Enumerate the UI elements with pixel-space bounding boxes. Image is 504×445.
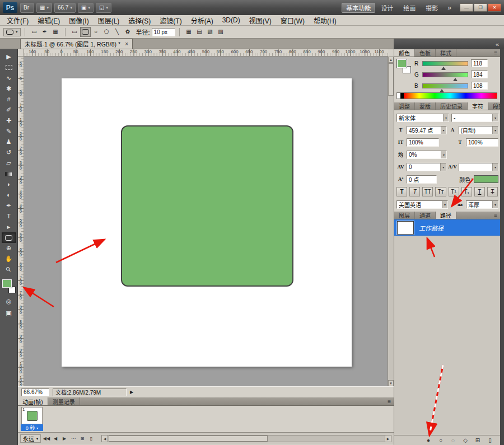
- path-thumbnail[interactable]: [397, 221, 414, 235]
- menu-item[interactable]: 图层(L): [94, 16, 124, 25]
- color-spectrum-ramp[interactable]: [396, 92, 497, 99]
- kerning-select[interactable]: ▾: [459, 163, 498, 171]
- channel-value-input[interactable]: 108: [471, 82, 488, 90]
- custom-shape-button[interactable]: ✿: [123, 27, 133, 37]
- play-button[interactable]: ▶: [60, 434, 69, 443]
- quick-mask-button[interactable]: ◎: [2, 296, 16, 307]
- eraser-tool[interactable]: ▱: [2, 158, 16, 168]
- workspace-button[interactable]: 绘画: [399, 3, 420, 13]
- frames-scrollbar[interactable]: ◀ ▶: [101, 435, 391, 442]
- zoom-percentage-field[interactable]: 66.67%: [21, 388, 49, 396]
- anti-alias-select[interactable]: 浑厚 ▾: [466, 200, 498, 209]
- scrollbar-thumb[interactable]: [388, 63, 394, 96]
- panel-tab[interactable]: 蒙版: [415, 102, 436, 110]
- menu-item[interactable]: 文件(F): [2, 16, 33, 25]
- combine-subtract-button[interactable]: ▤: [194, 27, 205, 37]
- loop-count-select[interactable]: 永远 ▾: [20, 434, 41, 443]
- rounded-rectangle-shape[interactable]: [121, 125, 293, 287]
- frame-delay-selector[interactable]: 0 秒 ▾: [21, 424, 43, 431]
- line-shape-button[interactable]: ╲: [112, 27, 123, 37]
- workspace-button[interactable]: 基本功能: [342, 3, 375, 13]
- paths-mode-button[interactable]: ✒: [40, 27, 50, 37]
- stroke-path-button[interactable]: ○: [436, 437, 445, 443]
- polygon-shape-button[interactable]: ⬠: [101, 27, 112, 37]
- scrollbar-thumb[interactable]: [109, 435, 268, 442]
- language-select[interactable]: 美国英语 ▾: [396, 200, 448, 209]
- menu-item[interactable]: 图像(I): [64, 16, 93, 25]
- slider-thumb[interactable]: [441, 67, 446, 70]
- leading-select[interactable]: (自动) ▾: [459, 126, 499, 134]
- panel-tab[interactable]: 动画(帧): [18, 397, 48, 405]
- canvas-page[interactable]: [62, 78, 352, 367]
- delete-frame-button[interactable]: ▯: [87, 434, 96, 443]
- combine-add-button[interactable]: ▦: [184, 27, 194, 37]
- tool-preset-picker[interactable]: ▾: [3, 28, 21, 36]
- menu-item[interactable]: 窗口(W): [276, 16, 309, 25]
- small-caps-button[interactable]: Tᴛ: [435, 187, 446, 196]
- workspace-overflow-button[interactable]: »: [445, 4, 454, 12]
- fill-pixels-button[interactable]: ▦: [50, 27, 61, 37]
- proportional-spacing-select[interactable]: 0% ▾: [407, 151, 447, 159]
- rectangle-shape-button[interactable]: ▭: [69, 27, 80, 37]
- zoom-tool[interactable]: ⚲: [2, 264, 16, 275]
- close-button[interactable]: ✕: [488, 3, 501, 12]
- text-color-swatch[interactable]: [474, 175, 498, 183]
- font-size-select[interactable]: 459.47 点 ▾: [407, 126, 447, 134]
- foreground-color-swatch[interactable]: [396, 59, 407, 68]
- screen-mode-button[interactable]: ◱ ▾: [96, 3, 111, 13]
- font-style-select[interactable]: - ▾: [451, 114, 498, 122]
- panel-menu-icon[interactable]: ≡: [385, 397, 394, 405]
- first-frame-button[interactable]: ◀◀: [42, 434, 51, 443]
- panel-tab[interactable]: 图层: [394, 212, 415, 219]
- tween-button[interactable]: ⋯: [69, 434, 78, 443]
- panel-menu-icon[interactable]: ≡: [491, 212, 500, 219]
- panel-tab[interactable]: 历史记录: [436, 102, 468, 110]
- panel-tab[interactable]: 路径: [436, 212, 456, 219]
- quick-selection-tool[interactable]: ✱: [2, 83, 16, 94]
- arrange-documents-button[interactable]: ▣ ▾: [78, 3, 94, 13]
- scroll-right-icon[interactable]: ▶: [385, 435, 391, 442]
- frame-thumbnail[interactable]: 1: [21, 407, 43, 424]
- vertical-scrollbar[interactable]: ▲ ▼: [388, 57, 394, 386]
- combine-exclude-button[interactable]: ▨: [216, 27, 226, 37]
- slider-thumb[interactable]: [453, 78, 458, 81]
- brush-tool[interactable]: ✎: [2, 126, 16, 137]
- panel-menu-icon[interactable]: ≡: [491, 49, 500, 57]
- superscript-button[interactable]: T¹: [449, 187, 459, 196]
- screen-mode-toggle-button[interactable]: ▣: [2, 308, 16, 318]
- all-caps-button[interactable]: TT: [422, 187, 433, 196]
- faux-bold-button[interactable]: T: [396, 187, 407, 196]
- ellipse-shape-button[interactable]: ○: [91, 27, 101, 37]
- hand-tool[interactable]: ✋: [2, 254, 16, 264]
- animation-frame-1[interactable]: 1 0 秒 ▾: [20, 407, 44, 431]
- workspace-button[interactable]: 设计: [376, 3, 398, 13]
- scroll-left-icon[interactable]: ◀: [102, 435, 108, 442]
- radius-input[interactable]: 10 px: [152, 28, 175, 36]
- menu-item[interactable]: 帮助(H): [309, 16, 341, 25]
- combine-intersect-button[interactable]: ▧: [205, 27, 216, 37]
- channel-slider[interactable]: [422, 83, 468, 88]
- rainbow-ramp[interactable]: [404, 93, 497, 99]
- horizontal-ruler[interactable]: 1005005010015020025030035040045050055060…: [24, 49, 388, 57]
- panel-tab[interactable]: 调整: [394, 102, 415, 110]
- panel-tab[interactable]: 样式: [436, 49, 456, 57]
- vertical-scale-input[interactable]: 100%: [407, 138, 439, 147]
- menu-item[interactable]: 滤镜(T): [155, 16, 186, 25]
- menu-item[interactable]: 3D(D): [218, 16, 245, 24]
- panel-tab[interactable]: 颜色: [394, 49, 415, 57]
- slider-thumb[interactable]: [440, 89, 444, 92]
- panel-tab[interactable]: 色板: [415, 49, 436, 57]
- crop-tool[interactable]: #: [2, 94, 16, 105]
- blur-tool[interactable]: ◗: [2, 179, 16, 190]
- eyedropper-tool[interactable]: ✐: [2, 105, 16, 115]
- channel-slider[interactable]: [422, 61, 468, 66]
- font-family-select[interactable]: 新宋体 ▾: [396, 114, 449, 122]
- panel-tab[interactable]: 通道: [415, 212, 436, 219]
- healing-brush-tool[interactable]: ✚: [2, 115, 16, 126]
- collapse-panels-button[interactable]: «: [496, 41, 499, 48]
- faux-italic-button[interactable]: T: [409, 187, 420, 196]
- horizontal-scale-input[interactable]: 100%: [466, 138, 498, 147]
- work-path-row[interactable]: 工作路径: [394, 219, 500, 236]
- shape-layers-button[interactable]: ▭: [29, 27, 40, 37]
- close-icon[interactable]: ×: [125, 41, 128, 47]
